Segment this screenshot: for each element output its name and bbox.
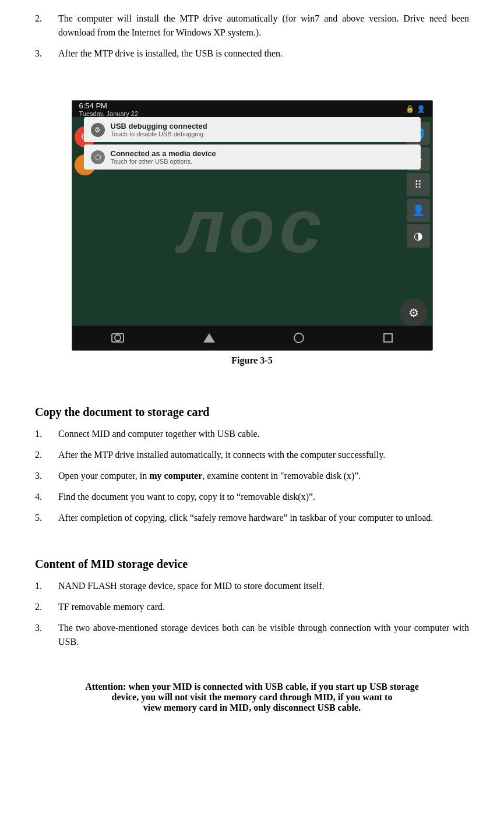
status-time: 6:54 PM [79, 101, 139, 110]
item-text: The computer will install the MTP drive … [58, 12, 469, 40]
item-text: After the MTP drive installed automatica… [58, 448, 469, 462]
section-copy-heading: Copy the document to storage card [35, 405, 469, 419]
home-button[interactable] [294, 333, 304, 343]
copy-item-1: 1. Connect MID and computer together wit… [35, 427, 469, 441]
item-number: 3. [35, 621, 58, 649]
aoc-text: лос [178, 182, 326, 270]
android-screen: 6:54 PM Tuesday, January 22 🔒 👤 G ↓ ⚙ US… [72, 100, 433, 351]
person-icon[interactable]: 👤 [407, 199, 430, 222]
recent-button[interactable] [383, 333, 393, 343]
item-number: 3. [35, 47, 58, 61]
content-item-2: 2. TF removable memory card. [35, 600, 469, 614]
content-item-3: 3. The two above-mentioned storage devic… [35, 621, 469, 649]
item-number: 2. [35, 448, 58, 462]
notif-subtitle: Touch to disable USB debugging. [111, 130, 207, 137]
item-text: Connect MID and computer together with U… [58, 427, 469, 441]
navigation-bar [72, 326, 432, 350]
copy-item-4: 4. Find the document you want to copy, c… [35, 490, 469, 504]
aoc-logo: лос [72, 182, 432, 270]
notif-media-device[interactable]: ⬡ Connected as a media device Touch for … [84, 144, 421, 170]
attention-line-1: Attention: when your MID is connected wi… [35, 682, 469, 692]
item-number: 1. [35, 579, 58, 593]
copy-item-3: 3. Open your computer, in my computer, e… [35, 469, 469, 483]
back-button[interactable] [203, 333, 215, 343]
status-bar: 6:54 PM Tuesday, January 22 🔒 👤 [72, 101, 432, 117]
item-text: Find the document you want to copy, copy… [58, 490, 469, 504]
debug-icon: ⚙ [91, 123, 105, 137]
notification-area: ⚙ USB debugging connected Touch to disab… [84, 117, 421, 172]
content-item-1: 1. NAND FLASH storage device, space for … [35, 579, 469, 593]
attention-line-3: view memory card in MID, only disconnect… [35, 703, 469, 713]
figure-container: 6:54 PM Tuesday, January 22 🔒 👤 G ↓ ⚙ US… [72, 100, 433, 366]
notif-usb-debugging[interactable]: ⚙ USB debugging connected Touch to disab… [84, 117, 421, 142]
item-text: NAND FLASH storage device, space for MID… [58, 579, 469, 593]
notif-title: USB debugging connected [111, 122, 207, 130]
attention-block: Attention: when your MID is connected wi… [35, 682, 469, 713]
item-number: 2. [35, 600, 58, 614]
user-icon: 👤 [417, 105, 425, 114]
item-number: 5. [35, 511, 58, 525]
copy-item-5: 5. After completion of copying, click “s… [35, 511, 469, 525]
figure-caption: Figure 3-5 [72, 355, 433, 366]
status-icons: 🔒 👤 [406, 105, 425, 114]
usb-icon: ⬡ [91, 150, 105, 164]
notif-subtitle-2: Touch for other USB options. [111, 158, 216, 165]
intro-item-2: 2. The computer will install the MTP dri… [35, 12, 469, 40]
item-number: 4. [35, 490, 58, 504]
item-number: 1. [35, 427, 58, 441]
notif-text-2: Connected as a media device Touch for ot… [111, 149, 216, 165]
item-text: After completion of copying, click “safe… [58, 511, 469, 525]
item-text: After the MTP drive is installed, the US… [58, 47, 469, 61]
section-content-heading: Content of MID storage device [35, 558, 469, 571]
item-number: 3. [35, 469, 58, 483]
item-number: 2. [35, 12, 58, 40]
intro-item-3: 3. After the MTP drive is installed, the… [35, 47, 469, 61]
item-text: Open your computer, in my computer, exam… [58, 469, 469, 483]
lock-icon: 🔒 [406, 105, 414, 114]
attention-line-2: device, you will not visit the memory ca… [35, 692, 469, 703]
notif-title-2: Connected as a media device [111, 149, 216, 158]
pie-icon[interactable]: ◑ [407, 224, 430, 248]
status-date: Tuesday, January 22 [79, 110, 139, 117]
notif-text: USB debugging connected Touch to disable… [111, 122, 207, 137]
settings-button[interactable]: ⚙ [400, 299, 428, 327]
copy-item-2: 2. After the MTP drive installed automat… [35, 448, 469, 462]
status-left: 6:54 PM Tuesday, January 22 [79, 101, 139, 117]
item-text: TF removable memory card. [58, 600, 469, 614]
apps-icon[interactable]: ⠿ [407, 173, 430, 196]
item-text: The two above-mentioned storage devices … [58, 621, 469, 649]
camera-button[interactable] [111, 333, 124, 343]
